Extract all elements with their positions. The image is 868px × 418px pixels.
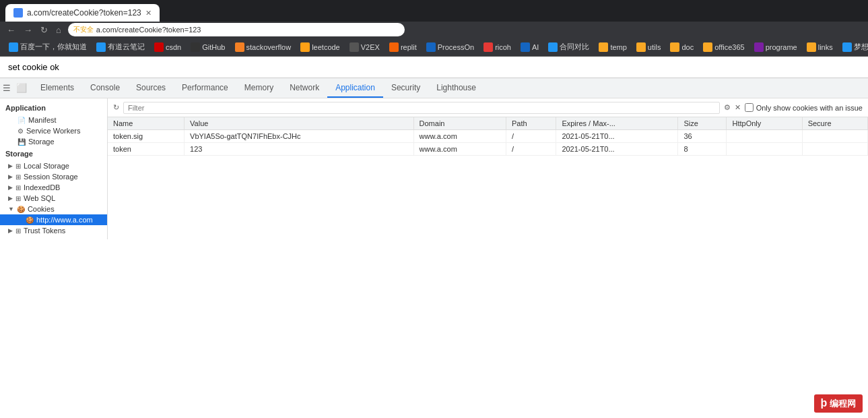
table-cell-expires---max----: 2021-05-21T0... — [556, 143, 678, 156]
table-cell-name: token.sig — [108, 130, 185, 143]
sidebar-item-label: http://www.a.com — [36, 216, 93, 224]
sidebar-item-label: Manifest — [28, 116, 57, 124]
bookmark-item[interactable]: 合同对比 — [545, 40, 593, 53]
bookmark-item[interactable]: 百度一下，你就知道 — [5, 40, 90, 53]
bookmark-item[interactable]: doc — [667, 41, 697, 53]
table-header-secure: Secure — [802, 117, 867, 130]
sidebar-icon: ⊞ — [15, 195, 21, 202]
devtools-tab-security[interactable]: Security — [383, 79, 428, 98]
sidebar-icon: 🍪 — [17, 206, 25, 213]
bookmark-item[interactable]: AI — [517, 41, 542, 53]
filter-settings-icon[interactable]: ⚙ — [724, 103, 731, 112]
bookmark-item[interactable]: csdn — [151, 41, 185, 53]
back-button[interactable]: ← — [5, 24, 17, 36]
sidebar-item-cookies[interactable]: ▼🍪Cookies — [0, 204, 107, 214]
sidebar-item-session-storage[interactable]: ▶⊞Session Storage — [0, 171, 107, 182]
bookmark-item[interactable]: ProcessOn — [423, 41, 477, 53]
sidebar-item-storage[interactable]: 💾Storage — [0, 136, 107, 147]
bookmark-item[interactable]: office365 — [700, 41, 747, 53]
sidebar-item-label: Service Workers — [26, 127, 80, 135]
forward-button[interactable]: → — [22, 24, 34, 36]
bookmark-icon — [483, 42, 493, 52]
url-text: a.com/createCookie?token=123 — [96, 26, 201, 34]
sidebar-icon: 🍪 — [26, 216, 34, 224]
table-cell-secure — [802, 143, 867, 156]
table-cell-httponly — [727, 143, 802, 156]
sidebar-item-http---www-a-com[interactable]: 🍪http://www.a.com — [0, 214, 107, 225]
devtools-tab-performance[interactable]: Performance — [174, 79, 236, 98]
bookmark-item[interactable]: 有道云笔记 — [93, 40, 148, 53]
browser-tab[interactable]: a.com/createCookie?token=123 ✕ — [5, 4, 160, 22]
table-row[interactable]: token123www.a.com/2021-05-21T0...8 — [108, 143, 868, 156]
bookmark-item[interactable]: V2EX — [346, 41, 383, 53]
bookmark-item[interactable]: 梦想家 — [839, 40, 868, 53]
refresh-button[interactable]: ↻ — [39, 24, 49, 36]
devtools-tab-network[interactable]: Network — [281, 79, 327, 98]
url-bar[interactable]: 不安全 a.com/createCookie?token=123 — [68, 23, 405, 36]
bookmark-icon — [548, 42, 558, 52]
devtools-dock-icon[interactable]: ⬜ — [16, 83, 27, 93]
devtools-tab-elements[interactable]: Elements — [32, 79, 82, 98]
table-cell-secure — [802, 130, 867, 143]
browser-chrome: a.com/createCookie?token=123 ✕ ← → ↻ ⌂ 不… — [0, 0, 868, 38]
filter-checkbox[interactable] — [745, 103, 754, 112]
table-cell-value: VbYIA5So-gatTQN7IFhEbx-CJHc — [185, 130, 413, 143]
sidebar-icon: ⚙ — [18, 127, 24, 135]
bookmark-icon — [9, 42, 18, 52]
devtools-tab-application[interactable]: Application — [327, 79, 383, 98]
sidebar-item-label: IndexedDB — [24, 183, 60, 191]
sidebar-item-service-workers[interactable]: ⚙Service Workers — [0, 125, 107, 136]
table-header-path: Path — [506, 117, 556, 130]
devtools-tab-sources[interactable]: Sources — [128, 79, 174, 98]
devtools-menu-icon[interactable]: ☰ — [3, 83, 11, 93]
bookmark-item[interactable]: temp — [595, 41, 630, 53]
bookmark-icon — [235, 42, 244, 52]
page-content: set cookie ok — [8, 62, 59, 72]
bookmark-icon — [703, 42, 712, 52]
tab-bar: a.com/createCookie?token=123 ✕ — [0, 0, 868, 22]
bookmark-label: programe — [766, 43, 797, 51]
bookmark-item[interactable]: leetcode — [297, 41, 343, 53]
bookmark-item[interactable]: replit — [386, 41, 420, 53]
table-cell-expires---max----: 2021-05-21T0... — [556, 130, 678, 143]
home-button[interactable]: ⌂ — [55, 24, 63, 36]
bookmark-item[interactable]: ricoh — [480, 41, 514, 53]
filter-clear-icon[interactable]: ✕ — [735, 103, 741, 112]
sidebar-item-manifest[interactable]: 📄Manifest — [0, 115, 107, 125]
devtools-panel-icons: ☰⬜ — [3, 83, 27, 93]
bookmark-label: 梦想家 — [854, 42, 868, 52]
bookmark-label: temp — [610, 43, 626, 51]
sidebar-item-local-storage[interactable]: ▶⊞Local Storage — [0, 160, 107, 171]
bookmark-item[interactable]: links — [803, 41, 836, 53]
devtools-tab-console[interactable]: Console — [82, 79, 128, 98]
devtools-tab-lighthouse[interactable]: Lighthouse — [428, 79, 484, 98]
table-cell-value: 123 — [185, 143, 413, 156]
bookmark-label: links — [818, 43, 833, 51]
filter-checkbox-label[interactable]: Only show cookies with an issue — [745, 103, 863, 112]
expand-arrow-icon: ▶ — [8, 195, 13, 202]
expand-arrow-icon: ▶ — [8, 184, 13, 191]
bookmark-icon — [636, 42, 646, 52]
sidebar-item-trust-tokens[interactable]: ▶⊞Trust Tokens — [0, 225, 107, 236]
bookmark-item[interactable]: utils — [633, 41, 665, 53]
filter-refresh-icon[interactable]: ↻ — [113, 103, 119, 112]
sidebar-item-label: Storage — [28, 138, 55, 146]
bookmark-label: AI — [532, 43, 539, 51]
sidebar-item-web-sql[interactable]: ▶⊞Web SQL — [0, 193, 107, 204]
bookmark-label: V2EX — [361, 43, 380, 51]
expand-arrow-icon: ▶ — [8, 162, 13, 169]
bookmark-item[interactable]: programe — [751, 41, 801, 53]
table-header-domain: Domain — [413, 117, 506, 130]
cookie-table: NameValueDomainPathExpires / Max-...Size… — [108, 117, 868, 156]
tab-close-button[interactable]: ✕ — [145, 9, 152, 18]
table-cell-size: 36 — [678, 130, 727, 143]
bookmark-label: ProcessOn — [438, 43, 474, 51]
devtools-tab-memory[interactable]: Memory — [236, 79, 281, 98]
bookmark-item[interactable]: stackoverflow — [232, 41, 295, 53]
filter-input[interactable] — [123, 102, 720, 114]
bookmark-icon — [191, 42, 200, 52]
bookmark-icon — [389, 42, 399, 52]
sidebar-item-indexeddb[interactable]: ▶⊞IndexedDB — [0, 182, 107, 193]
bookmark-item[interactable]: GitHub — [187, 41, 228, 53]
table-row[interactable]: token.sigVbYIA5So-gatTQN7IFhEbx-CJHcwww.… — [108, 130, 868, 143]
